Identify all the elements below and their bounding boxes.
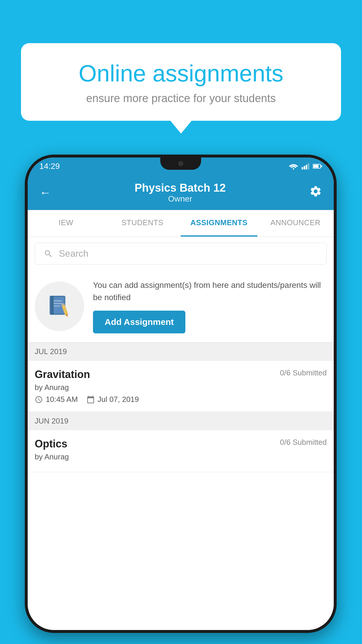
tab-assignments[interactable]: ASSIGNMENTS [181,210,257,237]
speech-bubble-container: Online assignments ensure more practice … [21,43,341,121]
promo-text: You can add assignment(s) from here and … [93,279,327,304]
meta-date-gravitation: Jul 07, 2019 [87,395,139,404]
svg-rect-10 [51,296,54,315]
calendar-icon [87,396,95,404]
promo-right: You can add assignment(s) from here and … [93,279,327,333]
gear-icon [309,185,322,198]
notch [160,158,201,170]
phone-frame: 14:29 [25,155,337,633]
svg-rect-3 [306,165,307,169]
promo-icon-circle [35,281,84,331]
bubble-title: Online assignments [44,61,318,86]
bubble-subtitle: ensure more practice for your students [44,92,318,105]
svg-rect-6 [313,165,319,168]
assignment-by-gravitation: by Anurag [35,383,327,392]
back-button[interactable]: ← [36,183,54,202]
assignment-item-gravitation[interactable]: Gravitation 0/6 Submitted by Anurag 10:4… [28,361,334,412]
phone-content: IEW STUDENTS ASSIGNMENTS ANNOUNCER Searc… [28,210,334,630]
assignment-top-row-optics: Optics 0/6 Submitted [35,438,327,450]
tab-announcements[interactable]: ANNOUNCER [257,210,334,237]
battery-icon [313,164,322,169]
content-area[interactable]: Search [28,237,334,630]
add-assignment-promo: You can add assignment(s) from here and … [28,270,334,342]
svg-rect-12 [54,303,62,304]
date-value-gravitation: Jul 07, 2019 [98,395,139,404]
notebook-icon [46,293,73,319]
app-bar-subtitle: Owner [54,194,306,204]
signal-icon [302,163,309,169]
section-header-jul: JUL 2019 [28,342,334,361]
search-bar-container: Search [28,237,334,270]
camera-dot [178,161,183,166]
search-placeholder: Search [59,248,88,259]
tab-iew[interactable]: IEW [28,210,104,237]
status-time: 14:29 [39,162,60,171]
section-header-jun: JUN 2019 [28,412,334,430]
app-bar: ← Physics Batch 12 Owner [28,175,334,210]
search-bar[interactable]: Search [35,243,327,265]
assignment-submitted-gravitation: 0/6 Submitted [280,368,327,377]
svg-rect-7 [321,165,322,167]
svg-rect-4 [308,163,309,169]
assignment-title-optics: Optics [35,438,67,450]
time-value-gravitation: 10:45 AM [46,395,78,404]
search-icon [44,249,53,258]
app-bar-title: Physics Batch 12 [54,182,306,194]
assignment-title-gravitation: Gravitation [35,368,90,381]
assignment-item-optics[interactable]: Optics 0/6 Submitted by Anurag [28,430,334,472]
svg-rect-1 [302,167,303,169]
assignment-meta-gravitation: 10:45 AM Jul 07, 2019 [35,395,327,404]
svg-point-0 [293,168,294,170]
assignment-submitted-optics: 0/6 Submitted [280,438,327,447]
svg-rect-11 [54,300,62,301]
status-icons [289,163,322,169]
settings-button[interactable] [306,182,325,203]
tabs-container: IEW STUDENTS ASSIGNMENTS ANNOUNCER [28,210,334,237]
phone-inner: 14:29 [28,158,334,630]
assignment-top-row: Gravitation 0/6 Submitted [35,368,327,381]
assignment-by-optics: by Anurag [35,452,327,461]
tab-students[interactable]: STUDENTS [104,210,181,237]
clock-icon [35,396,43,404]
svg-rect-13 [54,306,60,307]
app-bar-title-container: Physics Batch 12 Owner [54,182,306,204]
wifi-icon [289,163,298,169]
meta-time-gravitation: 10:45 AM [35,395,78,404]
speech-bubble: Online assignments ensure more practice … [21,43,341,121]
add-assignment-button[interactable]: Add Assignment [93,311,185,333]
status-bar: 14:29 [28,158,334,175]
svg-rect-2 [304,166,305,169]
